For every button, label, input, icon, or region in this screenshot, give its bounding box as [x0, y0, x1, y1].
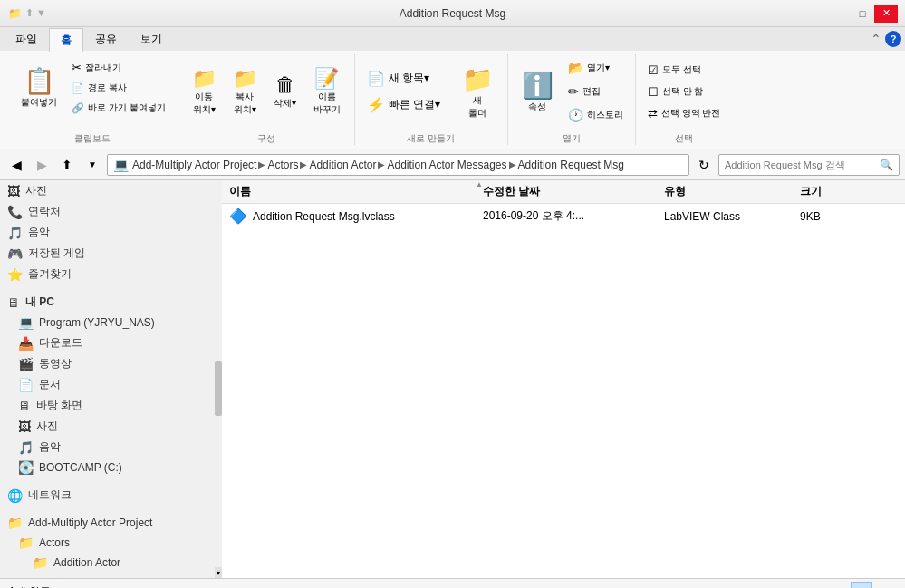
path-item-1[interactable]: Add-Multiply Actor Project: [132, 159, 256, 171]
ribbon-help-icon[interactable]: ?: [885, 31, 901, 47]
sidebar-item-saved-games[interactable]: 🎮 저장된 게임: [0, 243, 215, 264]
column-name[interactable]: 이름 ▲: [229, 184, 483, 199]
open-button[interactable]: 📂 열기▾: [563, 58, 628, 78]
tab-home[interactable]: 홈: [49, 28, 83, 52]
select-none-button[interactable]: ☐ 선택 안 함: [643, 82, 726, 101]
ribbon-collapse-icon[interactable]: ⌃: [871, 32, 881, 46]
ribbon-content: 📋 붙여넣기 ✂ 잘라내기 📄 경로 복사 🔗: [0, 51, 905, 149]
close-button[interactable]: ✕: [874, 5, 898, 23]
sidebar-item-music-fav[interactable]: 🎵 음악: [0, 222, 215, 243]
sidebar-item-pc[interactable]: 🖥 내 PC: [0, 292, 215, 313]
delete-button[interactable]: 🗑 삭제▾: [267, 69, 303, 114]
sidebar-item-photos-label: 사진: [36, 419, 207, 434]
status-bar: 1개 항목 ≡ ⊞: [0, 578, 905, 588]
sidebar-item-videos-label: 동영상: [39, 356, 207, 371]
sidebar-scroll-down[interactable]: ▾: [215, 567, 222, 578]
path-item-3[interactable]: Addition Actor: [309, 159, 376, 171]
maximize-button[interactable]: □: [851, 5, 874, 23]
select-group-label: 선택: [675, 129, 693, 145]
sidebar-item-actors[interactable]: 📁 Actors: [0, 533, 215, 553]
new-item-icon: 📄: [367, 70, 385, 87]
copy-to-button[interactable]: 📁 복사위치▾: [226, 63, 264, 120]
edit-icon: ✏: [568, 84, 579, 99]
copy-to-icon: 📁: [233, 67, 257, 91]
sidebar-item-contacts-label: 연락처: [28, 204, 207, 219]
table-row[interactable]: 🔷 Addition Request Msg.lvclass 2016-09-2…: [222, 204, 905, 228]
cut-button[interactable]: ✂ 잘라내기: [67, 58, 170, 77]
sidebar-item-favorites[interactable]: ⭐ 즐겨찾기: [0, 264, 215, 284]
tab-file[interactable]: 파일: [4, 27, 49, 51]
sidebar-item-desktop[interactable]: 🖥 바탕 화면: [0, 395, 215, 416]
column-date[interactable]: 수정한 날짜: [483, 184, 664, 199]
column-size[interactable]: 크기: [800, 184, 891, 199]
edit-button[interactable]: ✏ 편집: [563, 82, 628, 101]
paste-shortcut-button[interactable]: 🔗 바로 가기 붙여넣기: [67, 99, 170, 117]
search-box[interactable]: 🔍: [718, 154, 900, 176]
history-button[interactable]: 🕐 히스토리: [563, 105, 628, 125]
favorites-icon: ⭐: [7, 267, 23, 282]
paste-button[interactable]: 📋 붙여넣기: [14, 62, 63, 113]
ribbon-group-organize: 📁 이동위치▾ 📁 복사위치▾ 🗑 삭제▾ 📝 이름바꾸기 구성: [178, 54, 355, 145]
paste-shortcut-icon: 🔗: [72, 102, 84, 114]
rename-button[interactable]: 📝 이름바꾸기: [307, 63, 347, 120]
details-view-button[interactable]: ≡: [851, 582, 872, 589]
view-toggle: ≡ ⊞: [851, 582, 896, 589]
copy-to-label: 복사위치▾: [234, 91, 256, 116]
copy-path-icon: 📄: [72, 82, 84, 94]
copy-path-button[interactable]: 📄 경로 복사: [67, 79, 170, 97]
ribbon-group-open: ℹ️ 속성 📂 열기▾ ✏ 편집 🕐 히스토리: [508, 54, 636, 145]
quick-link-label: 빠른 연결▾: [389, 97, 440, 112]
sidebar-item-addition-actor[interactable]: 📁 Addition Actor: [0, 553, 215, 573]
open-icon: 📂: [568, 61, 583, 75]
sidebar-item-music[interactable]: 🎵 음악: [0, 437, 215, 458]
path-item-4[interactable]: Addition Actor Messages: [387, 159, 506, 171]
column-type[interactable]: 유형: [664, 184, 800, 199]
search-input[interactable]: [725, 159, 876, 170]
file-name-label: Addition Request Msg.lvclass: [253, 210, 395, 223]
delete-label: 삭제▾: [274, 97, 296, 110]
select-all-button[interactable]: ☑ 모두 선택: [643, 61, 726, 80]
tab-share[interactable]: 공유: [83, 27, 129, 51]
invert-selection-button[interactable]: ⇄ 선택 영역 반전: [643, 104, 726, 123]
refresh-button[interactable]: ↻: [693, 154, 715, 176]
sidebar-item-documents-label: 문서: [39, 377, 207, 392]
sidebar-item-contacts[interactable]: 📞 연락처: [0, 201, 215, 222]
quick-access-icon: ⬆ ▼: [25, 7, 46, 19]
sidebar-item-network-label: 네트워크: [28, 487, 207, 503]
recent-locations-button[interactable]: ▼: [82, 154, 103, 176]
address-path[interactable]: 💻 Add-Multiply Actor Project ▶ Actors ▶ …: [107, 154, 689, 176]
move-to-button[interactable]: 📁 이동위치▾: [186, 63, 223, 120]
new-buttons: 📄 새 항목▾ ⚡ 빠른 연결▾ 📁 새폴더: [362, 54, 500, 129]
large-icon-view-button[interactable]: ⊞: [874, 582, 896, 589]
sidebar-item-photos-fav[interactable]: 🖼 사진: [0, 180, 215, 201]
sidebar-item-photos[interactable]: 🖼 사진: [0, 416, 215, 437]
sidebar-item-videos[interactable]: 🎬 동영상: [0, 353, 215, 374]
new-folder-button[interactable]: 📁 새폴더: [456, 60, 500, 124]
sidebar-item-network[interactable]: 🌐 네트워크: [0, 485, 215, 506]
sidebar-item-addition-actor-class[interactable]: 📁 Addition Actor Class: [0, 573, 215, 578]
path-item-2[interactable]: Actors: [267, 159, 298, 171]
sidebar-scrollbar[interactable]: ▾: [215, 180, 222, 578]
search-icon[interactable]: 🔍: [880, 159, 893, 171]
properties-button[interactable]: ℹ️ 속성: [515, 66, 560, 118]
open-group-label: 열기: [563, 129, 581, 145]
properties-label: 속성: [528, 101, 546, 113]
quick-link-button[interactable]: ⚡ 빠른 연결▾: [362, 93, 445, 116]
documents-icon: 📄: [18, 378, 34, 392]
sidebar-item-program[interactable]: 💻 Program (YJRYU_NAS): [0, 313, 215, 333]
tab-view[interactable]: 보기: [129, 27, 174, 51]
back-button[interactable]: ◀: [5, 154, 27, 176]
sidebar-item-project[interactable]: 📁 Add-Multiply Actor Project: [0, 513, 215, 533]
select-all-label: 모두 선택: [662, 63, 701, 76]
file-name-cell: 🔷 Addition Request Msg.lvclass: [229, 207, 483, 225]
up-button[interactable]: ⬆: [56, 154, 78, 176]
sidebar-item-bootcamp[interactable]: 💽 BOOTCAMP (C:): [0, 458, 215, 477]
file-list-content: 🔷 Addition Request Msg.lvclass 2016-09-2…: [222, 204, 905, 578]
music-icon: 🎵: [18, 440, 34, 455]
new-item-label: 새 항목▾: [389, 71, 429, 86]
minimize-button[interactable]: ─: [827, 5, 851, 23]
sidebar-item-documents[interactable]: 📄 문서: [0, 374, 215, 395]
new-item-button[interactable]: 📄 새 항목▾: [362, 67, 445, 90]
sidebar-item-downloads[interactable]: 📥 다운로드: [0, 333, 215, 353]
paste-shortcut-label: 바로 가기 붙여넣기: [88, 101, 166, 114]
